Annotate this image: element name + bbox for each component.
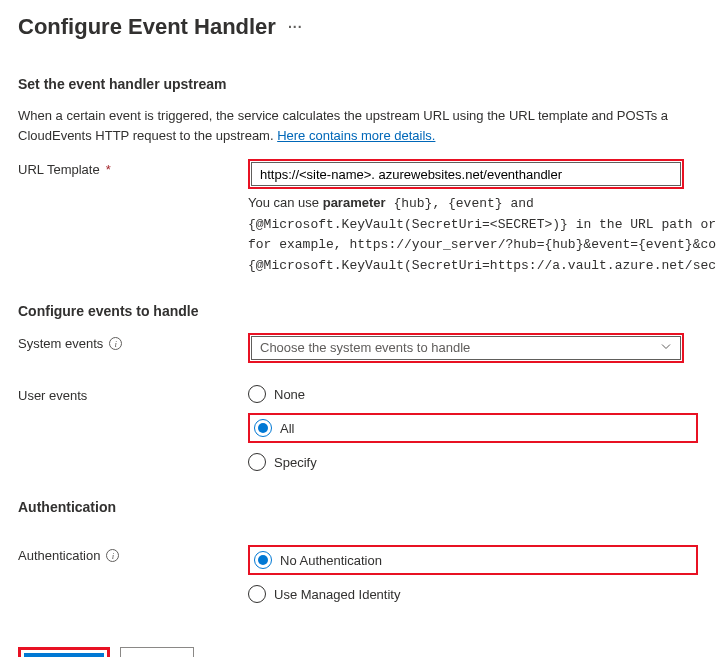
- radio-icon: [248, 585, 266, 603]
- url-template-input[interactable]: [251, 162, 681, 186]
- auth-none-highlight: No Authentication: [248, 545, 698, 575]
- cancel-button[interactable]: Cancel: [120, 647, 194, 657]
- system-events-highlight: Choose the system events to handle: [248, 333, 684, 363]
- confirm-button[interactable]: Confirm: [24, 653, 104, 657]
- page-title: Configure Event Handler ···: [18, 14, 698, 40]
- auth-radio-group: No Authentication Use Managed Identity: [248, 545, 698, 603]
- user-events-specify-radio[interactable]: Specify: [248, 453, 698, 471]
- footer-actions: Confirm Cancel: [18, 647, 698, 657]
- upstream-description: When a certain event is triggered, the s…: [18, 106, 698, 145]
- auth-label: Authentication i: [18, 545, 248, 563]
- chevron-down-icon: [660, 341, 672, 356]
- url-template-label: URL Template *: [18, 159, 248, 177]
- events-heading: Configure events to handle: [18, 303, 698, 319]
- info-icon[interactable]: i: [106, 549, 119, 562]
- user-events-radio-group: None All Specify: [248, 385, 698, 471]
- confirm-highlight: Confirm: [18, 647, 110, 657]
- system-events-placeholder: Choose the system events to handle: [260, 340, 470, 355]
- radio-checked-icon: [254, 419, 272, 437]
- info-icon[interactable]: i: [109, 337, 122, 350]
- auth-managed-radio[interactable]: Use Managed Identity: [248, 585, 698, 603]
- required-asterisk: *: [106, 162, 111, 177]
- more-icon[interactable]: ···: [288, 19, 303, 35]
- radio-icon: [248, 385, 266, 403]
- page-title-text: Configure Event Handler: [18, 14, 276, 40]
- upstream-heading: Set the event handler upstream: [18, 76, 698, 92]
- system-events-dropdown[interactable]: Choose the system events to handle: [251, 336, 681, 360]
- user-events-all-highlight: All: [248, 413, 698, 443]
- details-link[interactable]: Here contains more details.: [277, 128, 435, 143]
- user-events-all-radio[interactable]: All: [254, 419, 294, 437]
- url-template-hint: You can use parameter {hub}, {event} and…: [248, 193, 716, 275]
- user-events-label: User events: [18, 385, 248, 403]
- url-template-highlight: [248, 159, 684, 189]
- auth-heading: Authentication: [18, 499, 698, 515]
- system-events-label: System events i: [18, 333, 248, 351]
- radio-icon: [248, 453, 266, 471]
- radio-checked-icon: [254, 551, 272, 569]
- user-events-none-radio[interactable]: None: [248, 385, 698, 403]
- auth-none-radio[interactable]: No Authentication: [254, 551, 382, 569]
